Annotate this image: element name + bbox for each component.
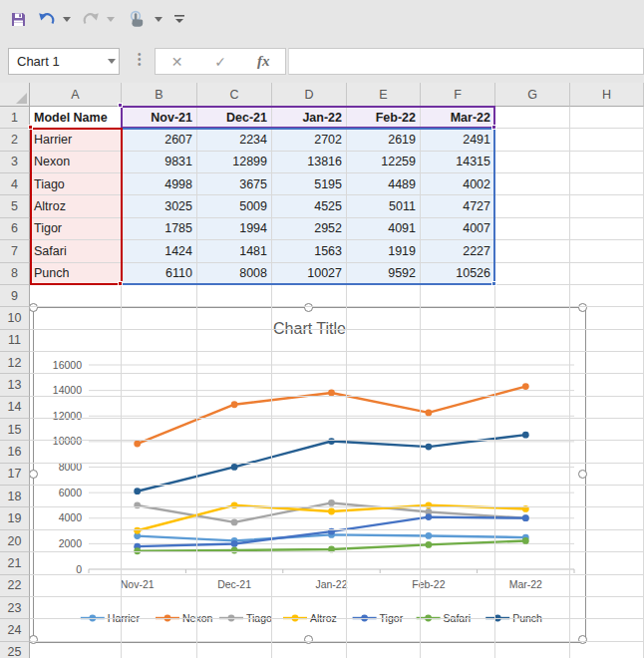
cell-C8[interactable]: 8008 — [197, 263, 272, 285]
cell-C5[interactable]: 5009 — [197, 195, 272, 217]
cell-D8[interactable]: 10027 — [272, 263, 347, 285]
cell-E9[interactable] — [347, 285, 421, 307]
cell-A22[interactable] — [30, 575, 122, 597]
cell-F20[interactable] — [421, 530, 495, 552]
cell-B6[interactable]: 1785 — [122, 218, 197, 240]
cell-B3[interactable]: 9831 — [122, 152, 197, 173]
column-header-F[interactable]: F — [421, 83, 495, 107]
cell-B1[interactable]: Nov-21 — [122, 107, 197, 129]
touch-mode-icon[interactable] — [126, 8, 148, 30]
cell-G16[interactable] — [495, 441, 570, 463]
cell-F13[interactable] — [421, 374, 495, 396]
undo-dropdown-icon[interactable] — [60, 8, 74, 30]
cell-C10[interactable] — [197, 307, 272, 329]
range-corner-handle[interactable] — [118, 103, 123, 108]
row-header-9[interactable]: 9 — [0, 285, 30, 307]
column-header-H[interactable]: H — [570, 83, 644, 107]
cell-B17[interactable] — [122, 464, 197, 486]
cell-F24[interactable] — [421, 619, 495, 641]
cell-E5[interactable]: 5011 — [347, 195, 421, 217]
cell-G12[interactable] — [495, 352, 570, 374]
cell-E3[interactable]: 12259 — [347, 152, 421, 173]
cell-A20[interactable] — [30, 530, 122, 552]
cell-G3[interactable] — [495, 152, 570, 173]
cell-G2[interactable] — [495, 129, 570, 151]
cell-C2[interactable]: 2234 — [197, 129, 272, 151]
cell-G11[interactable] — [495, 330, 570, 352]
cell-C16[interactable] — [197, 441, 272, 463]
cell-E17[interactable] — [347, 464, 421, 486]
cell-E1[interactable]: Feb-22 — [347, 107, 421, 129]
range-corner-handle[interactable] — [491, 125, 496, 130]
redo-dropdown-icon[interactable] — [104, 8, 118, 30]
cell-H19[interactable] — [570, 507, 644, 529]
cell-H2[interactable] — [570, 129, 644, 151]
cell-A12[interactable] — [30, 352, 122, 374]
undo-icon[interactable] — [36, 8, 58, 30]
cell-D14[interactable] — [272, 397, 347, 419]
row-header-16[interactable]: 16 — [0, 441, 30, 463]
cell-D11[interactable] — [272, 330, 347, 352]
cell-E25[interactable] — [347, 642, 421, 658]
cell-B2[interactable]: 2607 — [122, 129, 197, 151]
cell-C13[interactable] — [197, 374, 272, 396]
cell-H9[interactable] — [570, 285, 644, 307]
cell-H18[interactable] — [570, 486, 644, 507]
cell-F3[interactable]: 14315 — [421, 152, 495, 173]
cell-F19[interactable] — [421, 507, 495, 529]
cell-B25[interactable] — [122, 642, 197, 658]
cell-B12[interactable] — [122, 352, 197, 374]
cell-D12[interactable] — [272, 352, 347, 374]
cell-B10[interactable] — [122, 307, 197, 329]
cell-E20[interactable] — [347, 530, 421, 552]
select-all-corner[interactable] — [0, 83, 30, 107]
cell-B13[interactable] — [122, 374, 197, 396]
cell-D7[interactable]: 1563 — [272, 240, 347, 262]
cell-E6[interactable]: 4091 — [347, 218, 421, 240]
cell-G5[interactable] — [495, 195, 570, 217]
insert-function-icon[interactable]: fx — [242, 53, 285, 70]
row-header-14[interactable]: 14 — [0, 397, 30, 419]
cell-H4[interactable] — [570, 173, 644, 195]
customize-quick-access-toolbar-icon[interactable] — [171, 8, 187, 30]
cell-D19[interactable] — [272, 507, 347, 529]
cell-A4[interactable]: Tiago — [30, 173, 122, 195]
cell-H10[interactable] — [570, 307, 644, 329]
cancel-icon[interactable]: ✕ — [156, 54, 198, 70]
cell-G19[interactable] — [495, 507, 570, 529]
cell-D23[interactable] — [272, 597, 347, 619]
cell-B16[interactable] — [122, 441, 197, 463]
cell-E2[interactable]: 2619 — [347, 129, 421, 151]
cell-B20[interactable] — [122, 530, 197, 552]
cell-E23[interactable] — [347, 597, 421, 619]
save-icon[interactable] — [8, 8, 28, 30]
cell-F10[interactable] — [421, 307, 495, 329]
cell-A23[interactable] — [30, 597, 122, 619]
cell-H6[interactable] — [570, 218, 644, 240]
cell-E16[interactable] — [347, 441, 421, 463]
cell-B11[interactable] — [122, 330, 197, 352]
cell-C19[interactable] — [197, 507, 272, 529]
cell-B5[interactable]: 3025 — [122, 195, 197, 217]
cell-G18[interactable] — [495, 486, 570, 507]
cell-H1[interactable] — [570, 107, 644, 129]
cell-A24[interactable] — [30, 619, 122, 641]
cell-A21[interactable] — [30, 552, 122, 574]
cell-D3[interactable]: 13816 — [272, 152, 347, 173]
cell-C20[interactable] — [197, 530, 272, 552]
cell-H25[interactable] — [570, 642, 644, 658]
cell-H11[interactable] — [570, 330, 644, 352]
cell-F4[interactable]: 4002 — [421, 173, 495, 195]
row-header-1[interactable]: 1 — [0, 107, 30, 129]
cell-A17[interactable] — [30, 464, 122, 486]
cell-G15[interactable] — [495, 419, 570, 441]
cell-B8[interactable]: 6110 — [122, 263, 197, 285]
cell-B19[interactable] — [122, 507, 197, 529]
cell-E19[interactable] — [347, 507, 421, 529]
cell-G24[interactable] — [495, 619, 570, 641]
cell-B4[interactable]: 4998 — [122, 173, 197, 195]
name-box[interactable] — [8, 48, 120, 75]
cell-F25[interactable] — [421, 642, 495, 658]
cell-D24[interactable] — [272, 619, 347, 641]
row-header-11[interactable]: 11 — [0, 330, 30, 352]
